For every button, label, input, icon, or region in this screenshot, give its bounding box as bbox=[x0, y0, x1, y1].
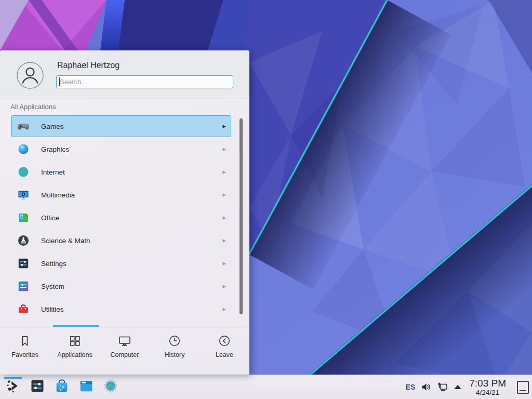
submenu-arrow-icon: ▸ bbox=[222, 305, 226, 312]
taskbar-apps bbox=[4, 377, 119, 397]
system-icon bbox=[17, 280, 30, 292]
settings-icon bbox=[17, 257, 30, 270]
taskbar: ES 7:03 PM 4/24/21 bbox=[0, 375, 532, 399]
tab-history[interactable]: History bbox=[150, 327, 200, 375]
computer-icon bbox=[118, 334, 131, 348]
section-label: All Applications bbox=[10, 103, 56, 111]
leave-icon bbox=[218, 334, 231, 348]
user-avatar[interactable] bbox=[17, 62, 44, 89]
digital-clock[interactable]: 7:03 PM 4/24/21 bbox=[469, 378, 506, 396]
submenu-arrow-icon: ▸ bbox=[222, 260, 226, 267]
kde-launcher-icon bbox=[5, 378, 21, 396]
network-icon[interactable] bbox=[437, 381, 448, 393]
tab-computer[interactable]: Computer bbox=[100, 327, 150, 375]
submenu-arrow-icon: ▸ bbox=[222, 283, 226, 289]
submenu-arrow-icon: ▸ bbox=[222, 145, 226, 152]
taskbar-app-web-browser[interactable] bbox=[102, 377, 119, 397]
submenu-arrow-icon: ▸ bbox=[222, 123, 226, 129]
multimedia-icon bbox=[17, 189, 30, 201]
tab-applications[interactable]: Applications bbox=[50, 327, 100, 375]
menu-item-settings[interactable]: Settings ▸ bbox=[11, 252, 231, 274]
show-desktop-glyph bbox=[520, 390, 526, 391]
launcher-tabbar: Favorites Applications Computer History … bbox=[0, 327, 249, 375]
search-input[interactable] bbox=[56, 75, 233, 88]
taskbar-app-app-launcher[interactable] bbox=[4, 377, 22, 397]
menu-item-help[interactable]: Help ▸ bbox=[11, 321, 231, 327]
menu-item-internet[interactable]: Internet ▸ bbox=[11, 161, 231, 183]
active-task-indicator bbox=[4, 377, 22, 379]
menu-item-science-math[interactable]: Science & Math ▸ bbox=[11, 230, 231, 251]
launcher-header: Raphael Hertzog bbox=[0, 50, 249, 99]
dolphin-icon bbox=[78, 378, 94, 396]
taskbar-app-file-manager[interactable] bbox=[77, 377, 95, 397]
user-name: Raphael Hertzog bbox=[57, 61, 119, 70]
internet-icon bbox=[17, 166, 30, 178]
expand-tray-icon[interactable] bbox=[454, 385, 461, 389]
text-caret bbox=[59, 77, 60, 86]
applications-icon bbox=[68, 334, 82, 348]
history-icon bbox=[168, 334, 181, 348]
application-launcher: Raphael Hertzog All Applications Games ▸… bbox=[0, 50, 249, 375]
tab-favorites[interactable]: Favorites bbox=[0, 327, 50, 375]
menu-item-office[interactable]: Office ▸ bbox=[11, 207, 231, 229]
system-tray: ES 7:03 PM 4/24/21 bbox=[406, 378, 532, 396]
menu-item-multimedia[interactable]: Multimedia ▸ bbox=[11, 184, 231, 206]
menu-item-utilities[interactable]: Utilities ▸ bbox=[11, 298, 231, 320]
submenu-arrow-icon: ▸ bbox=[222, 191, 226, 198]
clock-date: 4/24/21 bbox=[469, 389, 506, 396]
utilities-icon bbox=[17, 303, 30, 315]
science-icon bbox=[17, 234, 30, 247]
clock-time: 7:03 PM bbox=[469, 378, 506, 389]
menu-item-games[interactable]: Games ▸ bbox=[11, 115, 231, 137]
keyboard-layout-indicator[interactable]: ES bbox=[406, 383, 416, 391]
favorites-icon bbox=[18, 334, 32, 348]
discover-icon bbox=[54, 378, 70, 396]
submenu-arrow-icon: ▸ bbox=[222, 237, 226, 244]
taskbar-app-system-settings[interactable] bbox=[29, 377, 46, 397]
show-desktop-button[interactable] bbox=[517, 381, 529, 394]
graphics-icon bbox=[17, 143, 30, 155]
submenu-arrow-icon: ▸ bbox=[222, 168, 226, 175]
taskbar-app-discover[interactable] bbox=[53, 377, 71, 397]
volume-icon[interactable] bbox=[421, 382, 431, 392]
category-list: Games ▸ Graphics ▸ Internet ▸ Multimedia… bbox=[0, 115, 249, 327]
submenu-arrow-icon: ▸ bbox=[222, 214, 226, 221]
browser-globe-icon bbox=[103, 378, 118, 396]
games-icon bbox=[17, 120, 30, 132]
tab-leave[interactable]: Leave bbox=[200, 327, 249, 375]
menu-item-graphics[interactable]: Graphics ▸ bbox=[11, 138, 231, 160]
scrollbar[interactable] bbox=[240, 118, 243, 314]
menu-item-system[interactable]: System ▸ bbox=[11, 275, 231, 297]
desktop: Raphael Hertzog All Applications Games ▸… bbox=[0, 0, 532, 399]
system-settings-icon bbox=[30, 378, 45, 396]
office-icon bbox=[17, 211, 30, 224]
